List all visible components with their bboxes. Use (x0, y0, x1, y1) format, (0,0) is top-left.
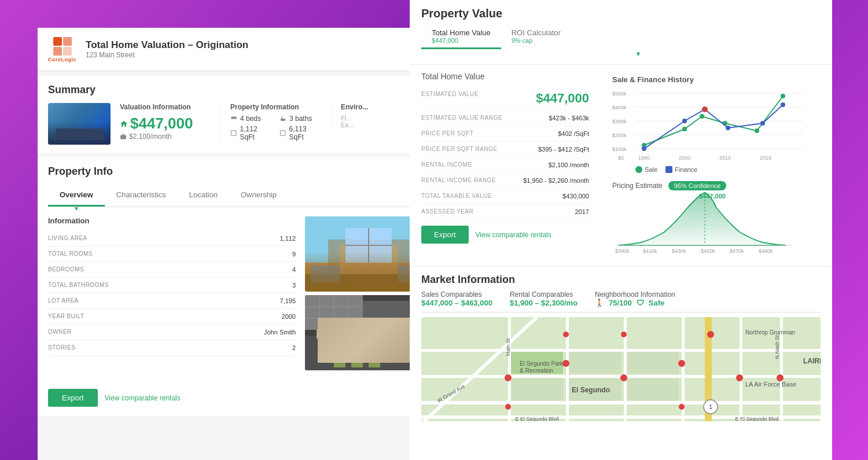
svg-rect-20 (317, 330, 421, 338)
pv-tab-home-value-sub: $447,000 (432, 37, 491, 44)
sales-comparables-range: $447,000 – $463,000 (421, 299, 492, 307)
svg-point-51 (755, 128, 759, 133)
svg-text:$100k: $100k (612, 146, 627, 152)
pv-title: Property Value (421, 7, 821, 20)
svg-text:1990: 1990 (638, 155, 650, 161)
pv-export-button[interactable]: Export (421, 226, 469, 244)
info-table-heading: Information (48, 216, 296, 225)
lot-icon (279, 130, 286, 137)
svg-text:2018: 2018 (760, 155, 771, 161)
svg-text:Northrop Grumman: Northrop Grumman (745, 329, 795, 336)
living-sqft-info: 1,112 SqFt (230, 125, 273, 141)
chart-title: Sale & Finance History (612, 75, 809, 84)
svg-point-111 (505, 404, 511, 410)
svg-text:$450k: $450k (701, 248, 715, 254)
svg-rect-7 (280, 131, 285, 136)
app-header: CoreLogic Total Home Valuation – Origina… (38, 28, 443, 71)
finance-legend-dot (665, 166, 672, 173)
pv-tab-home-value[interactable]: Total Home Value $447,000 (421, 25, 501, 49)
svg-rect-1 (63, 37, 72, 46)
rent-icon (120, 133, 127, 140)
info-row-bedrooms: BEDROOMS 4 (48, 262, 296, 278)
export-button[interactable]: Export (48, 389, 98, 407)
corelogic-logo-icon (52, 36, 73, 57)
pv-row-assessed-year: ASSESSED YEAR 2017 (421, 204, 589, 220)
svg-rect-87 (627, 378, 679, 400)
svg-point-105 (736, 374, 743, 381)
svg-text:$447,000: $447,000 (699, 193, 726, 200)
market-tab-neighborhood[interactable]: Neighborhood Information 🚶 75/100 🛡 Safe (595, 290, 675, 307)
comparable-link[interactable]: View comparable rentals (105, 394, 181, 402)
pricing-estimate-section: Pricing Estimate 96% Confidence (601, 176, 821, 259)
svg-point-110 (621, 332, 627, 337)
living-sqft-value: 1,112 SqFt (240, 125, 273, 141)
market-tab-sales[interactable]: Sales Comparables $447,000 – $463,000 (421, 290, 492, 307)
svg-rect-30 (351, 347, 363, 367)
svg-text:N Nash St: N Nash St (774, 335, 780, 359)
tab-content: Information LIVING AREA 1,112 TOTAL ROOM… (48, 207, 432, 380)
svg-point-54 (682, 119, 687, 123)
svg-text:$500k: $500k (612, 91, 627, 97)
svg-rect-2 (53, 47, 62, 56)
svg-point-102 (562, 360, 569, 367)
pv-tab-roi-sub: 9% cap (512, 37, 561, 44)
info-table: Information LIVING AREA 1,112 TOTAL ROOM… (48, 216, 296, 370)
confidence-badge: 96% Confidence (668, 181, 727, 190)
property-thumbnail (48, 103, 111, 145)
property-info-title: Property Info (48, 165, 432, 178)
svg-text:LA Air Force Base: LA Air Force Base (745, 381, 796, 388)
svg-text:E El Segundo Blvd: E El Segundo Blvd (735, 416, 778, 421)
sale-finance-chart-section: Sale & Finance History $500k $400k $300k… (601, 72, 821, 176)
map-container: Main St N Nash St E El Segundo Blvd E El… (421, 317, 821, 421)
svg-text:$300k: $300k (612, 119, 627, 124)
neighborhood-label: Neighborhood Information (595, 290, 675, 299)
safety-label: Safe (649, 299, 664, 307)
svg-point-56 (726, 126, 730, 130)
svg-point-49 (700, 114, 704, 119)
market-tab-rental[interactable]: Rental Comparables $1,900 – $2,300/mo (510, 290, 578, 307)
svg-point-109 (563, 332, 569, 337)
pv-tabs: Total Home Value $447,000 ROI Calculator… (421, 25, 821, 49)
svg-rect-22 (363, 301, 409, 336)
info-row-total-rooms: TOTAL ROOMS 9 (48, 246, 296, 262)
svg-text:2010: 2010 (719, 155, 731, 161)
svg-text:E El Segundo Blvd: E El Segundo Blvd (515, 416, 558, 421)
rental-income: $2,100/month (120, 133, 211, 141)
pv-heading: Total Home Value (421, 72, 589, 81)
pv-comparable-link[interactable]: View comparable rentals (476, 231, 551, 239)
tab-overview[interactable]: Overview (48, 185, 105, 207)
tab-location[interactable]: Location (178, 185, 229, 207)
rental-comparables-label: Rental Comparables (510, 290, 578, 299)
property-info-section: Property Info Overview Characteristics L… (38, 157, 443, 416)
svg-point-48 (682, 127, 687, 131)
svg-point-53 (642, 146, 646, 151)
pv-charts: Sale & Finance History $500k $400k $300k… (601, 72, 821, 259)
svg-text:1: 1 (709, 404, 712, 410)
pv-tab-home-value-label: Total Home Value (432, 28, 491, 37)
baths-info: 3 baths (279, 115, 322, 123)
tab-ownership[interactable]: Ownership (229, 185, 288, 207)
svg-text:$470k: $470k (730, 248, 744, 254)
svg-text:$430k: $430k (672, 248, 686, 254)
pricing-estimate-bar: Pricing Estimate 96% Confidence (612, 181, 809, 190)
svg-point-112 (679, 404, 685, 410)
property-tabs: Overview Characteristics Location Owners… (48, 185, 432, 207)
pv-tab-roi-label: ROI Calculator (512, 28, 561, 37)
logo-area: CoreLogic (48, 36, 76, 62)
pv-row-taxable-value: TOTAL TAXABLE VALUE $430,000 (421, 189, 589, 204)
tab-characteristics[interactable]: Characteristics (105, 185, 178, 207)
svg-text:$390k: $390k (615, 248, 630, 254)
summary-section: Summary Valuation Information $447,000 $… (38, 76, 443, 153)
baths-value: 3 baths (289, 115, 312, 123)
svg-point-103 (620, 374, 627, 381)
svg-rect-72 (421, 401, 821, 404)
pv-tab-roi[interactable]: ROI Calculator 9% cap (501, 25, 571, 49)
svg-text:El Segundo Parks: El Segundo Parks (520, 360, 566, 367)
summary-title: Summary (48, 84, 432, 96)
svg-rect-84 (627, 352, 679, 374)
header-title: Total Home Valuation – Origination 123 M… (86, 39, 415, 59)
svg-rect-16 (311, 266, 340, 283)
neighborhood-details: 🚶 75/100 🛡 Safe (595, 299, 675, 307)
legend-finance: Finance (665, 166, 697, 173)
left-panel: CoreLogic Total Home Valuation – Origina… (38, 28, 443, 460)
